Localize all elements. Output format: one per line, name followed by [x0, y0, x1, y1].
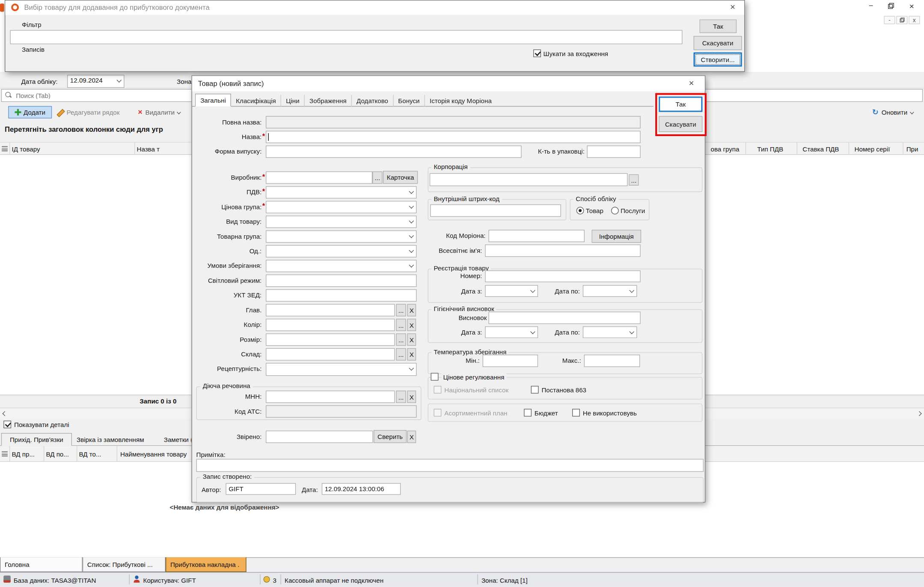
- close-icon[interactable]: ×: [730, 3, 735, 11]
- tab-bonuses[interactable]: Бонуси: [393, 95, 425, 107]
- corporation-browse-button[interactable]: ...: [629, 175, 639, 186]
- edit-row-button[interactable]: Редагувати рядок: [54, 106, 122, 119]
- verified-input[interactable]: [266, 431, 373, 443]
- size-browse-button[interactable]: ...: [396, 333, 406, 346]
- tab-classification[interactable]: Класифікація: [231, 95, 281, 107]
- delete-button[interactable]: × Видалити: [136, 106, 183, 119]
- refresh-button[interactable]: ↻ Оновити: [870, 106, 915, 119]
- child-minimize-button[interactable]: -: [884, 16, 895, 24]
- close-icon[interactable]: ×: [689, 79, 694, 87]
- manufacturer-input[interactable]: [266, 172, 372, 184]
- cancel-button[interactable]: Скасувати: [694, 36, 742, 50]
- detail-col-vd-po[interactable]: ВД по...: [46, 451, 68, 458]
- price-regulation-checkbox[interactable]: [431, 373, 439, 381]
- doc-tab-home[interactable]: Головна: [0, 557, 83, 572]
- filter-input[interactable]: [10, 30, 682, 44]
- dialog-titlebar[interactable]: [192, 76, 705, 92]
- world-name-input[interactable]: [485, 244, 641, 257]
- tab-morion-history[interactable]: Історія коду Моріона: [425, 95, 496, 107]
- tab-images[interactable]: Зображення: [305, 95, 352, 107]
- column-header-price[interactable]: При: [906, 145, 918, 153]
- resolution-863-checkbox[interactable]: [531, 386, 539, 394]
- column-header-name[interactable]: Назва т: [137, 145, 160, 153]
- unit-combo[interactable]: [266, 245, 416, 258]
- release-form-input[interactable]: [266, 145, 522, 158]
- verified-clear-button[interactable]: X: [407, 431, 416, 443]
- ukt-zed-input[interactable]: [266, 289, 416, 302]
- not-used-checkbox[interactable]: [572, 409, 580, 417]
- detail-col-vd-to[interactable]: ВД то...: [79, 451, 101, 458]
- tab-prices[interactable]: Ціни: [281, 95, 305, 107]
- budget-checkbox[interactable]: [524, 409, 532, 417]
- hyg-date-from-combo[interactable]: [485, 326, 538, 338]
- tab-general[interactable]: Загальні: [195, 94, 231, 107]
- reg-date-from-combo[interactable]: [485, 285, 538, 297]
- create-button[interactable]: Створити...: [694, 53, 742, 67]
- max-input[interactable]: [584, 355, 640, 367]
- reg-number-input[interactable]: [485, 270, 641, 282]
- window-restore-button[interactable]: [882, 0, 900, 10]
- detail-tab-income-links[interactable]: Прихід. Прив'язки: [1, 433, 72, 446]
- detail-col-vd-pr[interactable]: ВД пр...: [12, 451, 35, 458]
- column-header-vat-rate[interactable]: Ставка ПДВ: [802, 145, 839, 153]
- search-entry-checkbox[interactable]: [533, 50, 541, 57]
- author-input[interactable]: [226, 483, 296, 495]
- add-button[interactable]: Додати: [8, 106, 52, 119]
- storage-combo[interactable]: [266, 260, 416, 272]
- radio-product[interactable]: [576, 207, 584, 214]
- price-group-combo[interactable]: [266, 201, 416, 213]
- manufacturer-browse-button[interactable]: ...: [372, 172, 382, 184]
- size-clear-button[interactable]: X: [407, 333, 416, 346]
- reg-date-to-combo[interactable]: [583, 285, 637, 297]
- warehouse-browse-button[interactable]: ...: [396, 348, 406, 361]
- doc-tab-income-invoice[interactable]: Прибуткова накладна .: [166, 557, 247, 572]
- doc-tab-income-list[interactable]: Список: Прибуткові ...: [83, 557, 166, 572]
- column-header-group[interactable]: ова група: [711, 145, 740, 153]
- warehouse-clear-button[interactable]: X: [407, 348, 416, 361]
- window-minimize-button[interactable]: −: [862, 0, 880, 10]
- column-header-series[interactable]: Номер серії: [855, 145, 890, 153]
- recipe-combo[interactable]: [266, 363, 416, 376]
- scroll-right-icon[interactable]: [917, 411, 922, 416]
- child-close-button[interactable]: x: [909, 16, 920, 24]
- note-input[interactable]: [196, 459, 704, 472]
- created-date-input[interactable]: [322, 483, 401, 495]
- main-browse-button[interactable]: ...: [396, 304, 406, 316]
- ok-button[interactable]: Так: [699, 19, 737, 33]
- light-mode-input[interactable]: [266, 275, 416, 287]
- warehouse-input[interactable]: [266, 348, 395, 361]
- pack-qty-input[interactable]: [587, 145, 640, 158]
- column-header-id[interactable]: ІД товару: [12, 145, 40, 153]
- tab-additional[interactable]: Додатково: [352, 95, 393, 107]
- show-details-checkbox[interactable]: [3, 421, 11, 428]
- color-input[interactable]: [266, 319, 395, 331]
- detail-col-product-name[interactable]: Найменування товару: [120, 451, 187, 458]
- main-clear-button[interactable]: X: [407, 304, 416, 316]
- scroll-left-icon[interactable]: [2, 411, 7, 416]
- child-restore-button[interactable]: [896, 16, 907, 24]
- mnn-input[interactable]: [266, 391, 395, 403]
- main-input[interactable]: [266, 304, 395, 316]
- verify-button[interactable]: Сверить: [374, 430, 407, 443]
- info-button[interactable]: Інформація: [591, 230, 641, 243]
- product-type-combo[interactable]: [266, 216, 416, 228]
- corporation-input[interactable]: [430, 173, 628, 186]
- morion-code-input[interactable]: [488, 230, 584, 242]
- product-group-combo[interactable]: [266, 230, 416, 243]
- barcode-input[interactable]: [430, 205, 561, 217]
- vat-combo[interactable]: [266, 186, 416, 199]
- accounting-date-combo[interactable]: 12.09.2024: [67, 75, 125, 88]
- mnn-clear-button[interactable]: X: [407, 391, 416, 403]
- window-close-button[interactable]: ×: [902, 0, 922, 10]
- name-input[interactable]: [266, 131, 641, 143]
- color-clear-button[interactable]: X: [407, 319, 416, 331]
- column-header-vat-type[interactable]: Тип ПДВ: [757, 145, 783, 153]
- size-input[interactable]: [266, 333, 395, 346]
- card-button[interactable]: Карточка: [383, 171, 418, 184]
- mnn-browse-button[interactable]: ...: [396, 391, 406, 403]
- detail-tab-order-check[interactable]: Звірка із замовленням: [77, 436, 144, 443]
- conclusion-input[interactable]: [488, 311, 640, 324]
- color-browse-button[interactable]: ...: [396, 319, 406, 331]
- radio-service[interactable]: [611, 207, 619, 214]
- hyg-date-to-combo[interactable]: [583, 326, 637, 338]
